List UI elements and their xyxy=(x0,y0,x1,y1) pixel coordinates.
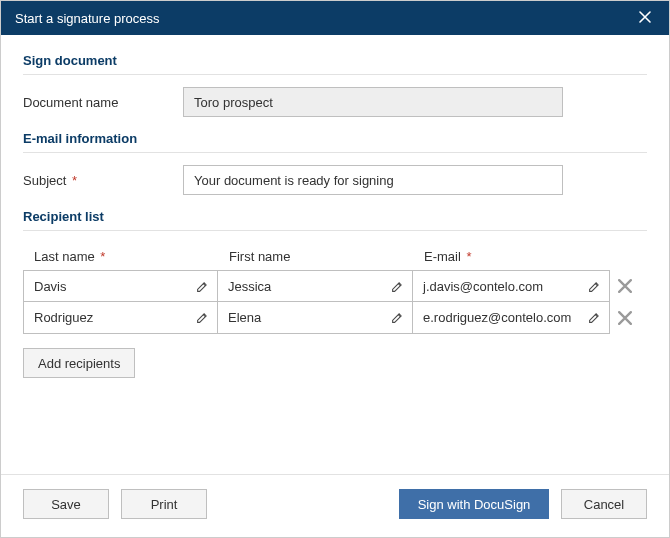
cancel-button[interactable]: Cancel xyxy=(561,489,647,519)
dialog-title: Start a signature process xyxy=(15,11,635,26)
document-name-row: Document name Toro prospect xyxy=(23,87,647,117)
delete-row-icon[interactable] xyxy=(610,302,640,334)
first-name-value: Elena xyxy=(228,310,261,325)
pencil-icon[interactable] xyxy=(391,280,404,293)
header-first-name: First name xyxy=(218,249,413,264)
dialog-content: Sign document Document name Toro prospec… xyxy=(1,35,669,474)
last-name-value: Davis xyxy=(34,279,67,294)
close-icon[interactable] xyxy=(635,6,655,30)
cell-email[interactable]: e.rodriguez@contelo.com xyxy=(413,302,610,334)
table-row: DavisJessicaj.davis@contelo.com xyxy=(23,270,647,302)
recipient-table-header: Last name * First name E-mail * xyxy=(23,243,647,270)
pencil-icon[interactable] xyxy=(196,280,209,293)
delete-row-icon[interactable] xyxy=(610,270,640,302)
document-name-field: Toro prospect xyxy=(183,87,563,117)
document-name-label: Document name xyxy=(23,95,183,110)
cell-first-name[interactable]: Elena xyxy=(218,302,413,334)
recipient-table: Last name * First name E-mail * DavisJes… xyxy=(23,243,647,334)
cell-first-name[interactable]: Jessica xyxy=(218,270,413,302)
header-email: E-mail * xyxy=(413,249,610,264)
subject-row: Subject * xyxy=(23,165,647,195)
save-button[interactable]: Save xyxy=(23,489,109,519)
section-recipient-list: Recipient list xyxy=(23,209,647,231)
section-email-information: E-mail information xyxy=(23,131,647,153)
pencil-icon[interactable] xyxy=(196,311,209,324)
section-sign-document: Sign document xyxy=(23,53,647,75)
dialog-titlebar: Start a signature process xyxy=(1,1,669,35)
signature-dialog: Start a signature process Sign document … xyxy=(0,0,670,538)
cell-last-name[interactable]: Davis xyxy=(23,270,218,302)
subject-label: Subject * xyxy=(23,173,183,188)
subject-input[interactable] xyxy=(183,165,563,195)
add-recipients-button[interactable]: Add recipients xyxy=(23,348,135,378)
cell-last-name[interactable]: Rodriguez xyxy=(23,302,218,334)
required-asterisk: * xyxy=(68,173,77,188)
pencil-icon[interactable] xyxy=(588,311,601,324)
pencil-icon[interactable] xyxy=(588,280,601,293)
table-row: RodriguezElenae.rodriguez@contelo.com xyxy=(23,302,647,334)
first-name-value: Jessica xyxy=(228,279,271,294)
cell-email[interactable]: j.davis@contelo.com xyxy=(413,270,610,302)
pencil-icon[interactable] xyxy=(391,311,404,324)
email-value: e.rodriguez@contelo.com xyxy=(423,310,571,325)
email-value: j.davis@contelo.com xyxy=(423,279,543,294)
document-name-value: Toro prospect xyxy=(194,95,273,110)
required-asterisk: * xyxy=(97,249,106,264)
required-asterisk: * xyxy=(463,249,472,264)
dialog-footer: Save Print Sign with DocuSign Cancel xyxy=(1,474,669,537)
header-last-name: Last name * xyxy=(23,249,218,264)
print-button[interactable]: Print xyxy=(121,489,207,519)
last-name-value: Rodriguez xyxy=(34,310,93,325)
sign-with-docusign-button[interactable]: Sign with DocuSign xyxy=(399,489,549,519)
